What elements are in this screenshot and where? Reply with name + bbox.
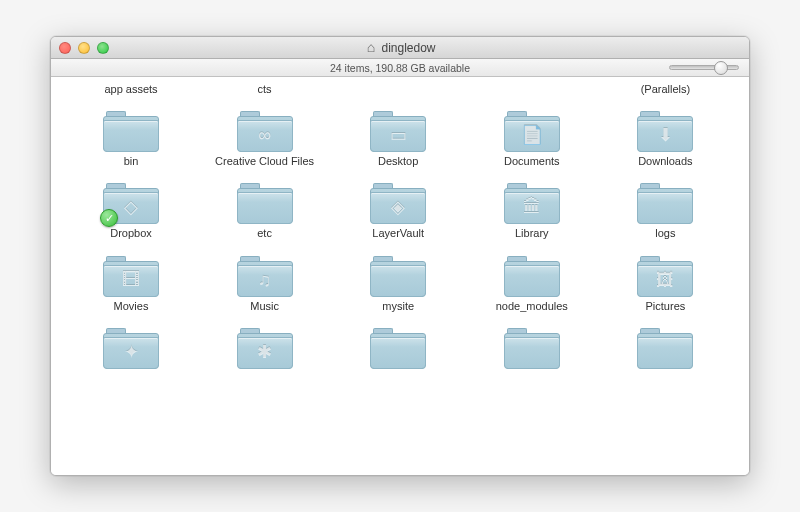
folder-label: Creative Cloud Files: [215, 155, 314, 168]
close-button[interactable]: [59, 42, 71, 54]
zoom-button[interactable]: [97, 42, 109, 54]
folder-label: Documents: [504, 155, 560, 168]
folder-icon: ▭: [370, 108, 426, 152]
folder-label: LayerVault: [372, 227, 424, 240]
titlebar[interactable]: dingledow: [51, 37, 749, 59]
window-title: dingledow: [59, 41, 741, 55]
folder-icon: ◇✓: [103, 180, 159, 224]
folder-icon: [637, 180, 693, 224]
folder-icon: [637, 325, 693, 369]
folder-item[interactable]: app assets: [71, 83, 191, 96]
icon-grid: app assetscts(Parallels)bin∞Creative Clo…: [71, 83, 729, 372]
folder-item[interactable]: [338, 325, 458, 372]
folder-label: Dropbox: [110, 227, 152, 240]
status-text: 24 items, 190.88 GB available: [59, 62, 741, 74]
title-text: dingledow: [381, 41, 435, 55]
folder-item[interactable]: ▭Desktop: [338, 108, 458, 168]
folder-icon: 🏛: [504, 180, 560, 224]
folder-label: Desktop: [378, 155, 418, 168]
folder-icon: ∞: [237, 108, 293, 152]
folder-item[interactable]: (Parallels): [605, 83, 725, 96]
folder-item[interactable]: 🎞Movies: [71, 253, 191, 313]
folder-item[interactable]: 📄Documents: [472, 108, 592, 168]
folder-label: cts: [258, 83, 272, 96]
status-bar: 24 items, 190.88 GB available: [51, 59, 749, 77]
sync-badge-icon: ✓: [100, 209, 118, 227]
folder-item[interactable]: ✱: [205, 325, 325, 372]
folder-label: Pictures: [646, 300, 686, 313]
folder-label: mysite: [382, 300, 414, 313]
folder-icon: 🎞: [103, 253, 159, 297]
folder-item[interactable]: [605, 325, 725, 372]
folder-icon: [370, 253, 426, 297]
folder-item[interactable]: ♫Music: [205, 253, 325, 313]
folder-label: etc: [257, 227, 272, 240]
folder-icon: ✱: [237, 325, 293, 369]
folder-icon: [237, 180, 293, 224]
folder-icon: 🖼: [637, 253, 693, 297]
folder-item[interactable]: 🖼Pictures: [605, 253, 725, 313]
folder-icon: [103, 108, 159, 152]
folder-icon: 📄: [504, 108, 560, 152]
minimize-button[interactable]: [78, 42, 90, 54]
folder-item[interactable]: logs: [605, 180, 725, 240]
folder-label: Downloads: [638, 155, 692, 168]
folder-item[interactable]: ⬇Downloads: [605, 108, 725, 168]
folder-label: bin: [124, 155, 139, 168]
folder-item[interactable]: 🏛Library: [472, 180, 592, 240]
folder-item[interactable]: ◈LayerVault: [338, 180, 458, 240]
folder-item[interactable]: ∞Creative Cloud Files: [205, 108, 325, 168]
folder-item[interactable]: ✦: [71, 325, 191, 372]
folder-label: Library: [515, 227, 549, 240]
folder-icon: ⬇: [637, 108, 693, 152]
folder-item[interactable]: [472, 325, 592, 372]
folder-icon: ♫: [237, 253, 293, 297]
folder-item[interactable]: ◇✓Dropbox: [71, 180, 191, 240]
finder-window: dingledow 24 items, 190.88 GB available …: [50, 36, 750, 476]
folder-label: Music: [250, 300, 279, 313]
folder-icon: ◈: [370, 180, 426, 224]
folder-label: app assets: [104, 83, 157, 96]
traffic-lights: [59, 42, 109, 54]
folder-label: Movies: [114, 300, 149, 313]
folder-item[interactable]: [472, 83, 592, 96]
folder-label: (Parallels): [641, 83, 691, 96]
folder-icon: [370, 325, 426, 369]
home-icon: [364, 41, 377, 54]
folder-label: node_modules: [496, 300, 568, 313]
folder-icon: [504, 325, 560, 369]
folder-item[interactable]: cts: [205, 83, 325, 96]
folder-item[interactable]: [338, 83, 458, 96]
folder-icon: [504, 253, 560, 297]
folder-icon: ✦: [103, 325, 159, 369]
folder-label: logs: [655, 227, 675, 240]
folder-item[interactable]: node_modules: [472, 253, 592, 313]
folder-item[interactable]: etc: [205, 180, 325, 240]
content-area[interactable]: app assetscts(Parallels)bin∞Creative Clo…: [51, 77, 749, 475]
folder-item[interactable]: mysite: [338, 253, 458, 313]
icon-size-slider[interactable]: [669, 65, 739, 70]
folder-item[interactable]: bin: [71, 108, 191, 168]
